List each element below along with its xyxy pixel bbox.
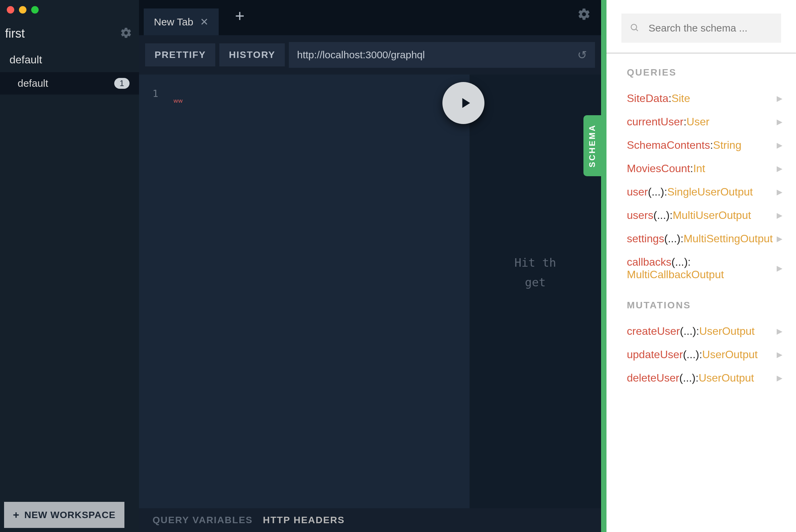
tab-query-variables[interactable]: QUERY VARIABLES bbox=[152, 515, 253, 526]
schema-item-label: currentUser: User bbox=[627, 116, 709, 128]
tab-new[interactable]: New Tab ✕ bbox=[144, 8, 219, 35]
tab-add-button[interactable]: + bbox=[227, 3, 253, 35]
schema-item[interactable]: MoviesCount: Int▶ bbox=[607, 157, 796, 180]
chevron-right-icon: ▶ bbox=[777, 374, 782, 383]
reload-icon[interactable]: ↺ bbox=[577, 48, 587, 62]
schema-item[interactable]: user(...): SingleUserOutput▶ bbox=[607, 180, 796, 204]
session-row[interactable]: default 1 bbox=[0, 72, 139, 95]
window-close-icon[interactable] bbox=[7, 6, 14, 14]
chevron-right-icon: ▶ bbox=[777, 211, 782, 220]
tab-label: New Tab bbox=[154, 16, 193, 28]
window-minimize-icon[interactable] bbox=[19, 6, 26, 14]
tabbar: New Tab ✕ + bbox=[139, 0, 601, 35]
chevron-right-icon: ▶ bbox=[777, 350, 782, 359]
schema-item[interactable]: updateUser(...): UserOutput▶ bbox=[607, 343, 796, 366]
schema-item-label: users(...): MultiUserOutput bbox=[627, 209, 751, 222]
tab-http-headers[interactable]: HTTP HEADERS bbox=[263, 515, 345, 526]
mutations-section-title: MUTATIONS bbox=[607, 286, 796, 320]
schema-search-wrap bbox=[607, 14, 796, 53]
workspace-header: first bbox=[0, 16, 139, 48]
chevron-right-icon: ▶ bbox=[777, 141, 782, 150]
schema-item[interactable]: createUser(...): UserOutput▶ bbox=[607, 320, 796, 343]
chevron-right-icon: ▶ bbox=[777, 188, 782, 196]
svg-point-0 bbox=[631, 24, 637, 30]
toolbar: PRETTIFY HISTORY ↺ bbox=[139, 35, 601, 75]
queries-list: SiteData: Site▶currentUser: User▶SchemaC… bbox=[607, 87, 796, 286]
new-workspace-label: NEW WORKSPACE bbox=[24, 510, 116, 520]
plus-icon: + bbox=[13, 509, 20, 521]
chevron-right-icon: ▶ bbox=[777, 327, 782, 336]
chevron-right-icon: ▶ bbox=[777, 234, 782, 243]
sidebar: first default default 1 + NEW WORKSPACE bbox=[0, 0, 139, 532]
prettify-button[interactable]: PRETTIFY bbox=[145, 43, 215, 66]
query-editor[interactable]: 1 ʷʷ bbox=[139, 75, 469, 532]
error-squiggle-icon: ʷʷ bbox=[173, 97, 182, 108]
schema-search-input[interactable] bbox=[622, 14, 781, 43]
close-icon[interactable]: ✕ bbox=[200, 16, 208, 28]
chevron-right-icon: ▶ bbox=[777, 118, 782, 127]
chevron-right-icon: ▶ bbox=[777, 94, 782, 103]
schema-item-label: createUser(...): UserOutput bbox=[627, 325, 755, 338]
history-button[interactable]: HISTORY bbox=[219, 43, 285, 66]
gear-icon[interactable] bbox=[120, 27, 132, 40]
endpoint-field-wrap: ↺ bbox=[289, 42, 595, 68]
schema-item-label: deleteUser(...): UserOutput bbox=[627, 372, 754, 384]
gear-icon[interactable] bbox=[577, 7, 591, 22]
schema-item[interactable]: users(...): MultiUserOutput▶ bbox=[607, 204, 796, 227]
search-icon bbox=[630, 23, 639, 34]
schema-item[interactable]: SchemaContents: String▶ bbox=[607, 133, 796, 157]
bottom-tabs: QUERY VARIABLES HTTP HEADERS bbox=[139, 508, 601, 532]
schema-item-label: user(...): SingleUserOutput bbox=[627, 186, 753, 198]
schema-item-label: MoviesCount: Int bbox=[627, 162, 705, 175]
traffic-lights bbox=[0, 0, 139, 16]
line-number: 1 bbox=[152, 88, 158, 99]
project-row[interactable]: default bbox=[0, 48, 139, 72]
schema-item-label: updateUser(...): UserOutput bbox=[627, 348, 758, 361]
schema-item[interactable]: settings(...): MultiSettingOutput▶ bbox=[607, 227, 796, 250]
result-hint: Hit th get bbox=[515, 253, 556, 292]
new-workspace-button[interactable]: + NEW WORKSPACE bbox=[4, 502, 125, 528]
editor-area: 1 ʷʷ Hit th get SCHEMA QUERY VARIABLES H… bbox=[139, 75, 601, 532]
session-label: default bbox=[18, 78, 48, 89]
schema-item-label: callbacks(...): MultiCallbackOutput bbox=[627, 256, 777, 281]
svg-line-1 bbox=[636, 29, 638, 31]
schema-item-label: SiteData: Site bbox=[627, 92, 690, 105]
schema-panel: QUERIES SiteData: Site▶currentUser: User… bbox=[601, 0, 796, 532]
mutations-list: createUser(...): UserOutput▶updateUser(.… bbox=[607, 320, 796, 390]
queries-section-title: QUERIES bbox=[607, 54, 796, 87]
schema-item-label: SchemaContents: String bbox=[627, 139, 741, 151]
chevron-right-icon: ▶ bbox=[777, 164, 782, 173]
play-button[interactable] bbox=[442, 82, 484, 124]
window-maximize-icon[interactable] bbox=[31, 6, 39, 14]
endpoint-input[interactable] bbox=[297, 49, 577, 61]
chevron-right-icon: ▶ bbox=[777, 264, 782, 273]
main: New Tab ✕ + PRETTIFY HISTORY ↺ 1 ʷʷ Hit … bbox=[139, 0, 601, 532]
session-count-badge: 1 bbox=[114, 78, 130, 89]
schema-item[interactable]: callbacks(...): MultiCallbackOutput▶ bbox=[607, 250, 796, 286]
workspace-title: first bbox=[5, 26, 25, 41]
schema-item[interactable]: currentUser: User▶ bbox=[607, 110, 796, 133]
schema-item[interactable]: SiteData: Site▶ bbox=[607, 87, 796, 110]
schema-item[interactable]: deleteUser(...): UserOutput▶ bbox=[607, 366, 796, 390]
schema-item-label: settings(...): MultiSettingOutput bbox=[627, 232, 773, 245]
schema-tab-button[interactable]: SCHEMA bbox=[584, 115, 601, 176]
result-pane: Hit th get SCHEMA bbox=[469, 75, 601, 532]
